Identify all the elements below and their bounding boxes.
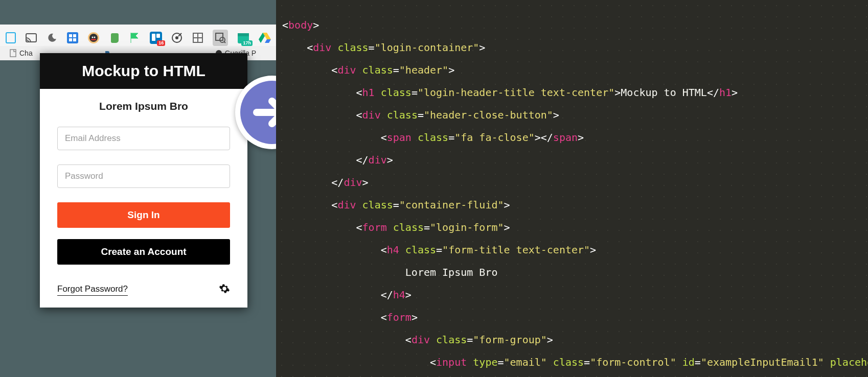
svg-point-16	[175, 36, 178, 39]
login-subtitle: Lorem Ipsum Bro	[57, 100, 230, 112]
svg-marker-26	[265, 39, 271, 43]
svg-rect-11	[91, 39, 96, 40]
svg-point-8	[89, 34, 98, 42]
flag-icon[interactable]	[129, 32, 141, 44]
login-footer: Forgot Password?	[57, 283, 230, 296]
file-icon[interactable]	[5, 32, 16, 44]
tab-1-label: Cha	[19, 49, 33, 57]
forgot-password-link[interactable]: Forgot Password?	[57, 284, 128, 296]
trello-badge: 16	[157, 40, 165, 46]
page-icon	[9, 49, 17, 57]
login-modal: ✕ Mockup to HTML Lorem Ipsum Bro Sign In…	[40, 53, 247, 308]
code-line: <div class="header">	[282, 64, 868, 76]
code-line: </div>	[282, 177, 868, 188]
create-account-button[interactable]: Create an Account	[57, 239, 230, 265]
trello-icon[interactable]: 16	[150, 32, 162, 44]
evernote-icon[interactable]	[109, 32, 120, 44]
code-line: <h1 class="login-header-title text-cente…	[282, 87, 868, 98]
code-editor[interactable]: <body> <div class="login-container"> <di…	[276, 0, 868, 377]
code-line: <form class="login-form">	[282, 222, 868, 233]
gear-icon[interactable]	[219, 283, 230, 296]
svg-rect-2	[67, 32, 78, 43]
email-field[interactable]	[57, 127, 230, 150]
inspect-icon[interactable]	[213, 30, 228, 46]
svg-rect-3	[69, 34, 72, 37]
svg-rect-24	[238, 33, 249, 36]
calendar-badge: 17h	[241, 40, 253, 46]
svg-line-22	[224, 41, 225, 43]
svg-rect-14	[156, 34, 160, 38]
code-line: <div class="login-container">	[282, 42, 868, 53]
code-line: </h4>	[282, 289, 868, 300]
moon-icon[interactable]	[46, 32, 57, 44]
code-line: <h4 class="form-title text-center">	[282, 244, 868, 255]
target-icon[interactable]	[171, 32, 182, 44]
code-line: </div>	[282, 154, 868, 166]
code-line: <body>	[282, 19, 868, 31]
tab-1[interactable]: Cha	[9, 49, 33, 57]
svg-rect-4	[73, 34, 76, 37]
code-line: <span class="fa fa-close"></span>	[282, 132, 868, 143]
calendar-icon[interactable]: 17h	[237, 32, 249, 44]
code-line: <div class="container-fluid">	[282, 199, 868, 210]
code-line: Lorem Ipsum Bro	[282, 267, 868, 278]
avatar-icon[interactable]	[87, 32, 100, 44]
code-line: <form>	[282, 312, 868, 323]
login-title: Mockup to HTML	[50, 62, 237, 80]
login-header: Mockup to HTML	[40, 53, 247, 89]
drive-icon[interactable]	[259, 32, 271, 44]
code-line: <input type="email" class="form-control"…	[282, 357, 868, 368]
grid-icon[interactable]	[192, 32, 203, 44]
login-body: Lorem Ipsum Bro Sign In Create an Accoun…	[40, 89, 247, 308]
svg-rect-6	[73, 38, 76, 41]
svg-rect-20	[216, 33, 223, 40]
svg-point-10	[94, 36, 95, 38]
svg-point-9	[92, 36, 93, 38]
code-line: <div class="form-group">	[282, 334, 868, 345]
signin-button[interactable]: Sign In	[57, 202, 230, 228]
svg-rect-0	[6, 33, 15, 43]
svg-rect-5	[69, 38, 72, 41]
code-line: <div class="header-close-button">	[282, 109, 868, 121]
cast-icon[interactable]	[26, 32, 37, 44]
svg-rect-13	[152, 34, 155, 41]
grid-blue-icon[interactable]	[67, 32, 78, 44]
password-field[interactable]	[57, 164, 230, 188]
svg-rect-28	[10, 50, 16, 57]
